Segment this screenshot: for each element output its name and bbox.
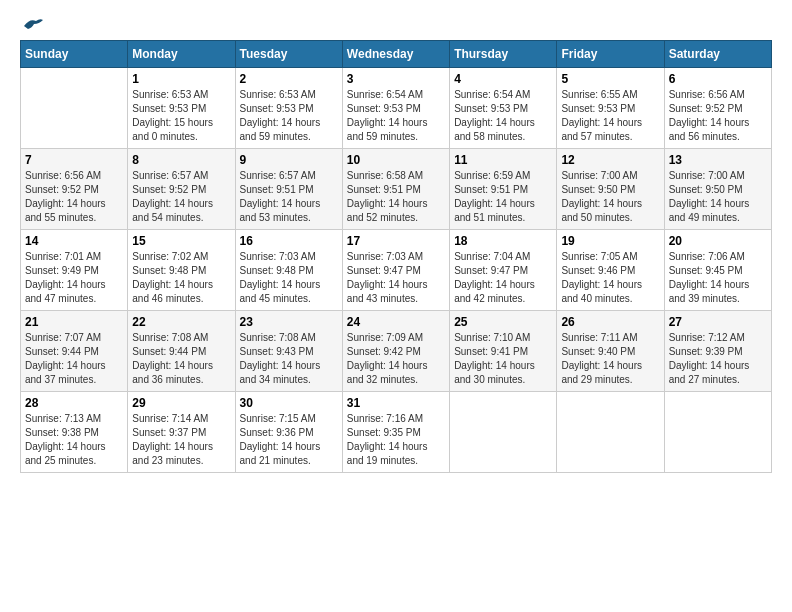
day-info: Sunrise: 7:14 AM Sunset: 9:37 PM Dayligh… [132, 412, 230, 468]
sunrise-text: Sunrise: 7:08 AM [240, 332, 316, 343]
day-number: 13 [669, 153, 767, 167]
sunrise-text: Sunrise: 6:54 AM [454, 89, 530, 100]
sunset-text: Sunset: 9:48 PM [240, 265, 314, 276]
calendar-cell: 24 Sunrise: 7:09 AM Sunset: 9:42 PM Dayl… [342, 311, 449, 392]
sunrise-text: Sunrise: 6:53 AM [240, 89, 316, 100]
daylight-text: Daylight: 14 hours and 55 minutes. [25, 198, 106, 223]
calendar-cell: 20 Sunrise: 7:06 AM Sunset: 9:45 PM Dayl… [664, 230, 771, 311]
calendar-cell: 3 Sunrise: 6:54 AM Sunset: 9:53 PM Dayli… [342, 68, 449, 149]
day-number: 14 [25, 234, 123, 248]
daylight-text: Daylight: 14 hours and 40 minutes. [561, 279, 642, 304]
daylight-text: Daylight: 14 hours and 58 minutes. [454, 117, 535, 142]
sunset-text: Sunset: 9:51 PM [240, 184, 314, 195]
calendar-cell: 26 Sunrise: 7:11 AM Sunset: 9:40 PM Dayl… [557, 311, 664, 392]
calendar-cell: 5 Sunrise: 6:55 AM Sunset: 9:53 PM Dayli… [557, 68, 664, 149]
daylight-text: Daylight: 14 hours and 54 minutes. [132, 198, 213, 223]
daylight-text: Daylight: 14 hours and 47 minutes. [25, 279, 106, 304]
sunset-text: Sunset: 9:53 PM [561, 103, 635, 114]
daylight-text: Daylight: 15 hours and 0 minutes. [132, 117, 213, 142]
sunset-text: Sunset: 9:49 PM [25, 265, 99, 276]
calendar-cell [557, 392, 664, 473]
sunrise-text: Sunrise: 7:08 AM [132, 332, 208, 343]
day-info: Sunrise: 7:10 AM Sunset: 9:41 PM Dayligh… [454, 331, 552, 387]
daylight-text: Daylight: 14 hours and 52 minutes. [347, 198, 428, 223]
sunrise-text: Sunrise: 7:02 AM [132, 251, 208, 262]
daylight-text: Daylight: 14 hours and 42 minutes. [454, 279, 535, 304]
day-number: 19 [561, 234, 659, 248]
day-number: 29 [132, 396, 230, 410]
daylight-text: Daylight: 14 hours and 27 minutes. [669, 360, 750, 385]
sunrise-text: Sunrise: 6:59 AM [454, 170, 530, 181]
sunrise-text: Sunrise: 7:07 AM [25, 332, 101, 343]
sunrise-text: Sunrise: 7:16 AM [347, 413, 423, 424]
day-info: Sunrise: 7:00 AM Sunset: 9:50 PM Dayligh… [669, 169, 767, 225]
daylight-text: Daylight: 14 hours and 32 minutes. [347, 360, 428, 385]
logo-bird-icon [22, 16, 44, 34]
sunrise-text: Sunrise: 6:58 AM [347, 170, 423, 181]
sunset-text: Sunset: 9:37 PM [132, 427, 206, 438]
sunrise-text: Sunrise: 7:12 AM [669, 332, 745, 343]
calendar-cell: 21 Sunrise: 7:07 AM Sunset: 9:44 PM Dayl… [21, 311, 128, 392]
calendar-cell: 12 Sunrise: 7:00 AM Sunset: 9:50 PM Dayl… [557, 149, 664, 230]
sunrise-text: Sunrise: 7:09 AM [347, 332, 423, 343]
sunset-text: Sunset: 9:45 PM [669, 265, 743, 276]
sunset-text: Sunset: 9:50 PM [561, 184, 635, 195]
daylight-text: Daylight: 14 hours and 50 minutes. [561, 198, 642, 223]
calendar-week-row: 7 Sunrise: 6:56 AM Sunset: 9:52 PM Dayli… [21, 149, 772, 230]
day-number: 22 [132, 315, 230, 329]
day-info: Sunrise: 7:07 AM Sunset: 9:44 PM Dayligh… [25, 331, 123, 387]
day-info: Sunrise: 7:02 AM Sunset: 9:48 PM Dayligh… [132, 250, 230, 306]
calendar-cell: 1 Sunrise: 6:53 AM Sunset: 9:53 PM Dayli… [128, 68, 235, 149]
day-number: 26 [561, 315, 659, 329]
day-number: 3 [347, 72, 445, 86]
day-info: Sunrise: 7:00 AM Sunset: 9:50 PM Dayligh… [561, 169, 659, 225]
daylight-text: Daylight: 14 hours and 49 minutes. [669, 198, 750, 223]
sunset-text: Sunset: 9:48 PM [132, 265, 206, 276]
sunset-text: Sunset: 9:42 PM [347, 346, 421, 357]
calendar-cell: 19 Sunrise: 7:05 AM Sunset: 9:46 PM Dayl… [557, 230, 664, 311]
calendar-cell: 10 Sunrise: 6:58 AM Sunset: 9:51 PM Dayl… [342, 149, 449, 230]
sunset-text: Sunset: 9:39 PM [669, 346, 743, 357]
sunset-text: Sunset: 9:47 PM [454, 265, 528, 276]
sunset-text: Sunset: 9:47 PM [347, 265, 421, 276]
day-info: Sunrise: 7:12 AM Sunset: 9:39 PM Dayligh… [669, 331, 767, 387]
day-number: 12 [561, 153, 659, 167]
day-number: 20 [669, 234, 767, 248]
calendar-header-sunday: Sunday [21, 41, 128, 68]
day-info: Sunrise: 7:08 AM Sunset: 9:43 PM Dayligh… [240, 331, 338, 387]
calendar-cell: 25 Sunrise: 7:10 AM Sunset: 9:41 PM Dayl… [450, 311, 557, 392]
sunrise-text: Sunrise: 7:00 AM [669, 170, 745, 181]
day-info: Sunrise: 6:54 AM Sunset: 9:53 PM Dayligh… [454, 88, 552, 144]
sunrise-text: Sunrise: 7:13 AM [25, 413, 101, 424]
sunset-text: Sunset: 9:53 PM [240, 103, 314, 114]
day-number: 31 [347, 396, 445, 410]
daylight-text: Daylight: 14 hours and 53 minutes. [240, 198, 321, 223]
day-info: Sunrise: 7:16 AM Sunset: 9:35 PM Dayligh… [347, 412, 445, 468]
calendar-cell: 7 Sunrise: 6:56 AM Sunset: 9:52 PM Dayli… [21, 149, 128, 230]
sunset-text: Sunset: 9:51 PM [454, 184, 528, 195]
sunrise-text: Sunrise: 7:03 AM [240, 251, 316, 262]
daylight-text: Daylight: 14 hours and 34 minutes. [240, 360, 321, 385]
sunset-text: Sunset: 9:52 PM [132, 184, 206, 195]
sunrise-text: Sunrise: 6:56 AM [669, 89, 745, 100]
day-number: 4 [454, 72, 552, 86]
calendar-header-monday: Monday [128, 41, 235, 68]
day-info: Sunrise: 6:53 AM Sunset: 9:53 PM Dayligh… [240, 88, 338, 144]
calendar-header-wednesday: Wednesday [342, 41, 449, 68]
calendar-cell: 4 Sunrise: 6:54 AM Sunset: 9:53 PM Dayli… [450, 68, 557, 149]
sunrise-text: Sunrise: 6:55 AM [561, 89, 637, 100]
sunrise-text: Sunrise: 7:03 AM [347, 251, 423, 262]
daylight-text: Daylight: 14 hours and 59 minutes. [347, 117, 428, 142]
day-info: Sunrise: 7:03 AM Sunset: 9:48 PM Dayligh… [240, 250, 338, 306]
calendar-cell: 18 Sunrise: 7:04 AM Sunset: 9:47 PM Dayl… [450, 230, 557, 311]
header [20, 20, 772, 30]
calendar-cell: 14 Sunrise: 7:01 AM Sunset: 9:49 PM Dayl… [21, 230, 128, 311]
day-number: 9 [240, 153, 338, 167]
sunset-text: Sunset: 9:53 PM [347, 103, 421, 114]
day-number: 15 [132, 234, 230, 248]
daylight-text: Daylight: 14 hours and 29 minutes. [561, 360, 642, 385]
day-info: Sunrise: 6:58 AM Sunset: 9:51 PM Dayligh… [347, 169, 445, 225]
day-number: 23 [240, 315, 338, 329]
sunrise-text: Sunrise: 6:53 AM [132, 89, 208, 100]
day-number: 2 [240, 72, 338, 86]
